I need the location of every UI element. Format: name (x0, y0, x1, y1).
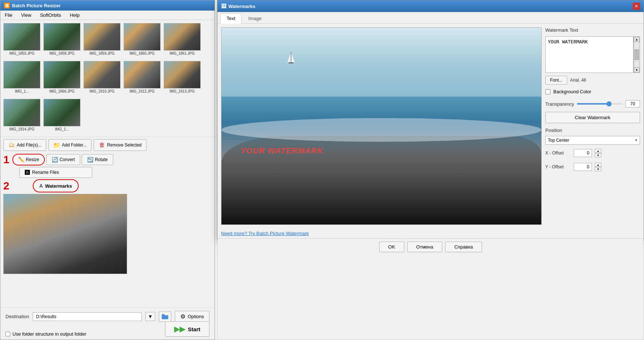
app-window: 🖼 Batch Picture Resizer File View SoftOr… (0, 0, 644, 340)
dialog-app-icon: 🖼 (221, 3, 226, 9)
options-label: Options (188, 314, 204, 319)
tab-text[interactable]: Text (220, 13, 242, 24)
convert-label: Convert (59, 157, 75, 162)
convert-icon: 🔄 (52, 157, 58, 163)
batch-watermark-link[interactable]: Need more? Try Batch Picture Watermark (221, 231, 309, 236)
help-label: Справка (454, 244, 473, 250)
x-offset-input[interactable] (574, 149, 592, 157)
menu-view[interactable]: View (20, 12, 33, 19)
list-item[interactable]: IMG_1866.JPG (42, 59, 82, 97)
list-item[interactable]: IMG_1858.JPG (42, 22, 82, 59)
step2-number: 2 (3, 180, 9, 191)
thumb-label: IMG_1912.JPG (123, 89, 161, 93)
dialog-titlebar: 🖼 Watermarks ✕ (217, 0, 644, 12)
options-button[interactable]: ⚙ Options (175, 311, 209, 322)
bg-app-titlebar: 🖼 Batch Picture Resizer (0, 0, 215, 11)
menu-help[interactable]: Help (68, 12, 81, 19)
add-files-button[interactable]: 🗂 Add File(s)... (3, 139, 46, 151)
list-item[interactable]: IMG_1... (42, 97, 82, 135)
list-item[interactable]: IMG_1912.JPG (122, 59, 162, 97)
rotate-button[interactable]: ↩️ Rotate (82, 154, 113, 165)
destination-input[interactable] (33, 312, 142, 321)
svg-rect-4 (288, 62, 294, 63)
help-button[interactable]: Справка (445, 242, 482, 252)
add-folder-label: Add Folder... (62, 142, 87, 148)
add-folder-button[interactable]: 📁 Add Folder... (48, 139, 91, 151)
bg-app: 🖼 Batch Picture Resizer File View SoftOr… (0, 0, 215, 340)
x-offset-down-btn[interactable]: ▼ (595, 153, 601, 157)
thumb-image (3, 23, 40, 51)
toolbar: 🗂 Add File(s)... 📁 Add Folder... 🗑 Remov… (0, 137, 215, 153)
thumb-image (164, 61, 201, 89)
thumb-label: IMG_1... (43, 127, 80, 131)
thumb-label: IMG_1913.JPG (164, 89, 201, 93)
y-offset-up-btn[interactable]: ▲ (595, 163, 601, 167)
dialog-close-button[interactable]: ✕ (633, 3, 640, 10)
clear-watermark-button[interactable]: Clear Watermark (545, 112, 640, 123)
start-icon: ▶▶ (174, 325, 185, 333)
bg-color-checkbox[interactable] (545, 89, 550, 94)
transparency-slider-thumb[interactable] (606, 101, 612, 106)
cancel-button[interactable]: Отмена (407, 242, 443, 252)
menu-softorbits[interactable]: SoftOrbits (39, 12, 63, 19)
tab-image[interactable]: Image (242, 13, 268, 23)
thumb-label: IMG_1859.JPG (83, 51, 121, 55)
ok-button[interactable]: OK (379, 242, 404, 252)
transparency-slider-track[interactable] (577, 103, 623, 105)
list-item[interactable]: IMG_1913.JPG (162, 59, 202, 97)
thumb-image (83, 23, 121, 51)
list-item[interactable]: IMG_1860.JPG (122, 22, 162, 59)
list-item[interactable]: IMG_1861.JPG (162, 22, 202, 59)
y-offset-down-btn[interactable]: ▼ (595, 167, 601, 171)
watermarks-label: Watermarks (45, 183, 72, 189)
watermark-text-input[interactable]: YOUR WATERMARK (545, 36, 633, 73)
x-offset-up-btn[interactable]: ▲ (595, 149, 601, 153)
list-item[interactable]: IMG_1855.JPG (2, 22, 42, 59)
watermark-preview-overlay: YOUR WATERMARK (241, 146, 323, 156)
folder-structure-checkbox[interactable] (5, 332, 10, 336)
bg-color-label: Background Color (553, 89, 591, 94)
position-select[interactable]: Top Left Top Center Top Right Middle Lef… (545, 136, 640, 145)
resize-button[interactable]: ✏️ Resize (12, 154, 45, 165)
watermarks-icon: A (39, 183, 43, 189)
scroll-down-btn[interactable]: ▼ (634, 67, 640, 73)
tab-text-label: Text (227, 16, 235, 21)
list-item[interactable]: IMG_1... (2, 59, 42, 97)
dialog-link-area: Need more? Try Batch Picture Watermark (217, 228, 644, 238)
x-offset-row: X - Offset ▲ ▼ (545, 149, 640, 157)
sailboat-svg (286, 51, 297, 66)
transparency-value-input[interactable] (625, 100, 640, 108)
gear-icon: ⚙ (180, 313, 185, 320)
menu-file[interactable]: File (3, 12, 14, 19)
thumb-label: IMG_1861.JPG (164, 51, 201, 55)
clear-watermark-label: Clear Watermark (575, 115, 610, 120)
list-item[interactable]: IMG_1859.JPG (82, 22, 122, 59)
rename-files-button[interactable]: 🅰 Rename Files (19, 167, 92, 178)
list-item[interactable]: IMG_1914.JPG (2, 97, 42, 135)
start-button[interactable]: ▶▶ Start (165, 321, 209, 337)
destination-browse-btn[interactable] (159, 312, 171, 322)
thumb-label: IMG_1... (3, 89, 40, 93)
remove-selected-button[interactable]: 🗑 Remove Selected (94, 139, 146, 151)
watermarks-button[interactable]: A Watermarks (33, 179, 79, 192)
preview-area (0, 192, 215, 275)
position-select-wrapper: Top Left Top Center Top Right Middle Lef… (545, 136, 640, 145)
transparency-label: Transparency (545, 101, 574, 107)
textarea-area: YOUR WATERMARK ▲ ▼ (545, 36, 640, 73)
thumb-label: IMG_1855.JPG (3, 51, 40, 55)
y-offset-input[interactable] (574, 163, 592, 171)
thumb-label: IMG_1910.JPG (83, 89, 121, 93)
font-button[interactable]: Font... (545, 76, 567, 85)
scroll-up-btn[interactable]: ▲ (634, 37, 640, 42)
thumb-image (3, 61, 40, 89)
dialog-right-panel: Watermark Text YOUR WATERMARK ▲ ▼ F (545, 27, 640, 225)
svg-rect-3 (291, 52, 291, 62)
convert-button[interactable]: 🔄 Convert (46, 154, 80, 165)
thumb-image (3, 99, 40, 126)
x-offset-spinners: ▲ ▼ (595, 149, 601, 157)
watermark-preview-text: YOUR WATERMARK (241, 146, 323, 155)
font-info: Arial, 48 (570, 78, 586, 83)
destination-dropdown-btn[interactable]: ▼ (145, 312, 155, 321)
list-item[interactable]: IMG_1910.JPG (82, 59, 122, 97)
ocean-preview: YOUR WATERMARK (221, 28, 541, 224)
